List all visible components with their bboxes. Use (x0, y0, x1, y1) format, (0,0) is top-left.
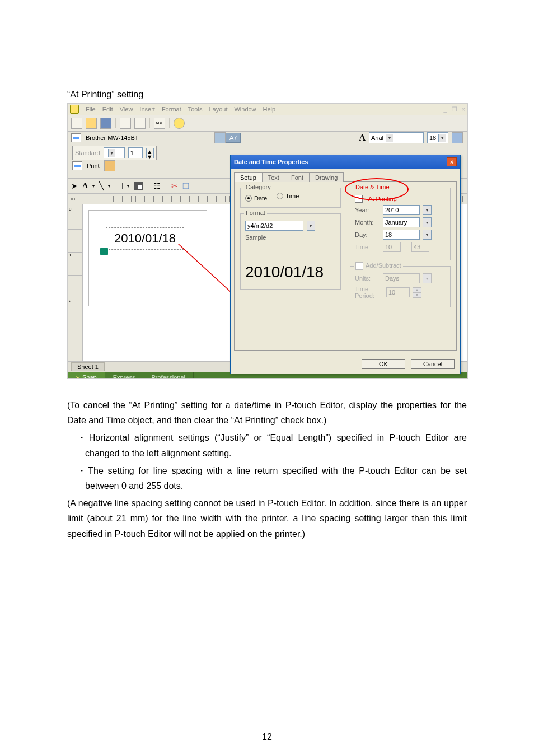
ruler-unit: in (71, 196, 75, 202)
month-drop-icon[interactable]: ▼ (423, 217, 432, 227)
line-icon[interactable]: ╲ (99, 181, 104, 190)
paper-bar: Brother MW-145BT A7 A Arial▼ 18▼ (68, 132, 467, 144)
year-drop-icon[interactable]: ▼ (423, 205, 432, 215)
abc-icon[interactable]: ABC (154, 118, 165, 129)
period-label: Time Period: (355, 286, 383, 299)
spin-down-icon[interactable]: ▼ (146, 153, 154, 158)
copies-spinner[interactable]: 1 (128, 147, 143, 158)
print-label[interactable]: Print (87, 162, 100, 169)
new-icon[interactable] (71, 118, 82, 129)
font-A-icon: A (359, 133, 366, 143)
paragraph-2: ・Horizontal alignment settings (“Justify… (67, 430, 467, 460)
format-legend: Format (244, 209, 267, 216)
label-paper: 2010/01/18 (88, 210, 207, 306)
period-down-icon: ▼ (413, 293, 421, 298)
sample-value: 2010/01/18 (245, 263, 336, 281)
dialog-close-icon[interactable]: × (447, 157, 457, 166)
pointer-icon[interactable]: ➤ (71, 181, 78, 190)
cancel-button[interactable]: Cancel (411, 359, 455, 369)
day-label: Day: (355, 231, 380, 238)
save-icon[interactable] (100, 118, 111, 129)
period-up-icon: ▲ (413, 287, 421, 293)
printer-name: Brother MW-145BT (86, 134, 139, 141)
day-drop-icon[interactable]: ▼ (423, 230, 432, 240)
restore-icon[interactable]: ❐ (452, 106, 457, 113)
units-drop-icon: ▼ (423, 273, 432, 283)
minimize-icon[interactable]: _ (443, 106, 447, 113)
close-icon[interactable]: × (462, 106, 465, 113)
align-icon[interactable]: ☷ (153, 181, 161, 190)
menubar: File Edit View Insert Format Tools Layou… (68, 104, 467, 115)
menu-file[interactable]: File (86, 106, 96, 113)
period-spinner: 10 (386, 287, 410, 297)
date-time-properties-dialog: Date and Time Properties × Setup Text Fo… (230, 155, 461, 374)
menu-view[interactable]: View (120, 106, 133, 113)
mode-express[interactable]: Express (105, 372, 144, 379)
cut-icon[interactable]: ✂ (171, 181, 178, 190)
category-group: Category Date Time (240, 188, 341, 208)
paper-size[interactable]: A7 (226, 133, 241, 143)
font-size-combo[interactable]: 18▼ (427, 132, 448, 143)
month-combo[interactable]: January (383, 217, 420, 227)
month-label: Month: (355, 219, 380, 226)
units-combo: Days (383, 273, 420, 283)
page-icon[interactable] (120, 118, 131, 129)
at-printing-checkbox[interactable] (355, 195, 363, 203)
menu-insert[interactable]: Insert (139, 106, 155, 113)
paragraph-1: (To cancel the “At Printing” setting for… (67, 398, 467, 428)
standard-combo[interactable]: ▼ (104, 147, 125, 158)
menu-layout[interactable]: Layout (209, 106, 227, 113)
text-direction-icon[interactable] (452, 132, 463, 143)
menu-window[interactable]: Window (234, 106, 256, 113)
mode-professional[interactable]: Professional (143, 372, 194, 379)
day-combo[interactable]: 18 (383, 230, 420, 240)
date-object[interactable]: 2010/01/18 (106, 227, 184, 250)
section-title: “At Printing” setting (67, 90, 467, 100)
preview-icon[interactable] (134, 118, 146, 129)
text-A-icon[interactable]: A (82, 181, 88, 190)
sample-label: Sample (245, 234, 336, 241)
menu-format[interactable]: Format (162, 106, 181, 113)
open-icon[interactable] (86, 118, 97, 129)
standard-label: Standard (75, 150, 100, 156)
rect-icon[interactable] (115, 183, 123, 189)
table-icon[interactable] (134, 182, 143, 190)
menu-edit[interactable]: Edit (102, 106, 113, 113)
screenshot-frame: File Edit View Insert Format Tools Layou… (67, 103, 468, 379)
menu-help[interactable]: Help (263, 106, 276, 113)
year-label: Year: (355, 207, 380, 213)
datetime-group: Date & Time At Printing Year:2010▼ Month… (350, 188, 451, 260)
app-icon (70, 105, 79, 114)
format-combo[interactable]: y4/m2/d2 (245, 221, 303, 231)
paper-preset-icon[interactable] (214, 132, 226, 143)
tab-font[interactable]: Font (285, 172, 310, 182)
spin-up-icon[interactable]: ▲ (146, 148, 154, 153)
addsubtract-group: Add/Subtract Units:Days▼ Time Period:10 … (350, 266, 451, 307)
time-label: Time: (355, 244, 380, 250)
mode-snap[interactable]: Snap (68, 372, 105, 379)
font-name-combo[interactable]: Arial▼ (369, 132, 424, 143)
sheet-tab[interactable]: Sheet 1 (71, 362, 105, 371)
units-label: Units: (355, 275, 380, 282)
help-icon[interactable] (174, 118, 185, 129)
tab-text[interactable]: Text (262, 172, 285, 182)
tab-setup[interactable]: Setup (234, 172, 263, 182)
copy-icon[interactable]: ❐ (182, 181, 190, 190)
body-text: (To cancel the “At Printing” setting for… (67, 398, 467, 542)
print-options-icon[interactable] (104, 160, 115, 171)
radio-date[interactable]: Date (245, 195, 267, 202)
datetime-legend: Date & Time (354, 184, 391, 190)
clock-icon (100, 248, 108, 255)
category-legend: Category (244, 184, 273, 190)
vertical-ruler: 012 (68, 204, 83, 361)
tab-drawing[interactable]: Drawing (309, 172, 344, 182)
radio-time[interactable]: Time (277, 193, 299, 199)
addsub-legend: Add/Subtract (354, 262, 403, 270)
print-icon[interactable] (72, 161, 82, 170)
menu-tools[interactable]: Tools (188, 106, 203, 113)
year-combo[interactable]: 2010 (383, 205, 420, 215)
ok-button[interactable]: OK (362, 359, 405, 369)
format-drop-icon[interactable]: ▼ (307, 221, 315, 231)
paragraph-4: (A negative line spacing setting cannot … (67, 496, 467, 542)
format-group: Format y4/m2/d2▼ Sample 2010/01/18 (240, 213, 341, 290)
